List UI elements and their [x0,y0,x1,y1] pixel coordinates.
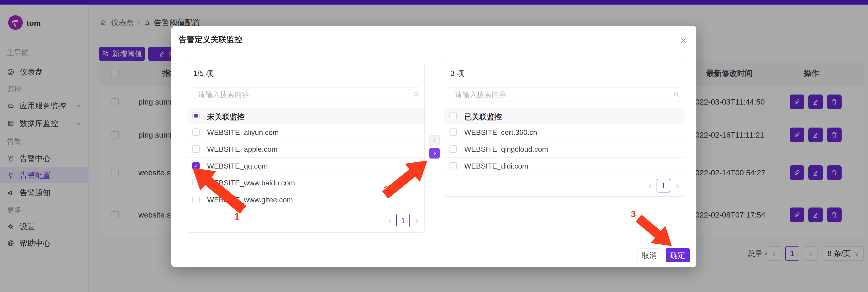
list-item[interactable]: WEBSITE_www.gitee.com [187,191,425,208]
list-item[interactable]: WEBSITE_apple.com [187,141,425,157]
item-label: WEBSITE_aliyun.com [207,128,279,137]
item-checkbox[interactable] [450,128,457,136]
item-label: WEBSITE_cert.360.cn [464,128,537,137]
group-label: 已关联监控 [464,112,502,122]
list-item[interactable]: WEBSITE_qingcloud.com [444,141,685,157]
item-label: WEBSITE_didi.com [464,162,528,170]
item-label: WEBSITE_www.baidu.com [207,179,295,187]
modal-footer-divider [172,244,696,244]
associate-monitor-modal: 告警定义关联监控 1/5 项 未关联监控 WEBSITE_aliyun.com … [172,26,696,267]
check-icon: ✓ [194,163,198,169]
list-item[interactable]: WEBSITE_cert.360.cn [444,124,685,141]
search-input[interactable] [450,87,679,102]
linked-panel: 3 项 已关联监控 WEBSITE_cert.360.cn WEBSITE_qi… [444,63,685,197]
item-checkbox[interactable] [192,128,199,136]
item-checkbox[interactable] [192,179,199,186]
panel-current-page[interactable]: 1 [657,179,670,193]
search-icon [413,91,420,98]
item-checkbox[interactable] [192,196,199,203]
linked-group-header: 已关联监控 [444,108,685,124]
panel-current-page[interactable]: 1 [396,214,410,227]
item-checkbox[interactable] [192,145,199,153]
unlinked-group-header: 未关联监控 [187,108,425,124]
group-checkbox[interactable] [450,112,457,119]
chevron-left-icon: ‹ [388,215,392,226]
search-icon [673,91,680,98]
item-label: WEBSITE_www.gitee.com [207,196,293,204]
panel-next-page[interactable]: › [673,179,682,193]
app-screen: tom 主导航 仪表盘 监控 应用服务监控 数据库监控 告警 告警中心 告警配置 [0,0,868,292]
panel-prev-page[interactable]: ‹ [385,214,394,227]
list-item[interactable]: ✓ WEBSITE_qq.com [187,157,425,174]
search-input[interactable] [193,87,419,102]
chevron-right-icon: › [415,215,419,226]
item-checkbox[interactable] [450,145,457,153]
list-item[interactable]: WEBSITE_aliyun.com [187,124,425,141]
group-label: 未关联监控 [207,112,245,122]
confirm-button[interactable]: 确定 [666,248,690,262]
cancel-button[interactable]: 取消 [637,248,661,262]
list-item[interactable]: WEBSITE_www.baidu.com [187,174,425,191]
panel-divider [444,81,685,81]
panel-prev-page[interactable]: ‹ [646,179,655,193]
group-checkbox-indeterminate[interactable] [192,112,199,119]
item-label: WEBSITE_qingcloud.com [464,145,548,153]
chevron-right-icon: › [676,180,679,191]
modal-header-divider [172,51,696,51]
modal-title: 告警定义关联监控 [179,34,242,45]
item-label: WEBSITE_apple.com [207,145,277,153]
item-checkbox[interactable] [450,162,457,170]
list-item[interactable]: WEBSITE_didi.com [444,157,685,174]
unlinked-panel: 1/5 项 未关联监控 WEBSITE_aliyun.com WEBSITE_a… [187,63,425,233]
chevron-left-icon: ‹ [649,180,652,191]
item-checkbox-checked[interactable]: ✓ [192,162,199,170]
close-icon[interactable] [679,36,688,45]
item-label: WEBSITE_qq.com [207,162,268,170]
linked-count: 3 项 [451,68,464,79]
panel-next-page[interactable]: › [413,214,422,227]
transfer-to-right-button[interactable] [429,148,440,158]
unlinked-count: 1/5 项 [193,68,213,79]
transfer-to-left-button[interactable] [429,135,440,146]
panel-divider [187,81,425,81]
